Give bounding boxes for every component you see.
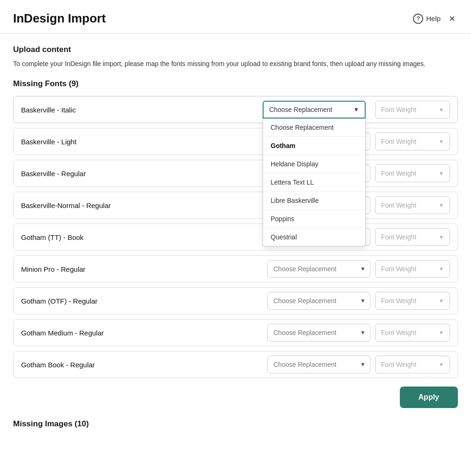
replacement-select-open[interactable]: Choose Replacement ▼	[263, 101, 366, 119]
font-name: Minion Pro - Regular	[21, 265, 267, 273]
font-name: Baskerville-Normal - Regular	[21, 201, 267, 209]
font-weight-chevron-icon: ▼	[439, 298, 444, 304]
font-weight-label: Font Weight	[381, 106, 416, 113]
dropdown-item-poppins[interactable]: Poppins	[263, 210, 365, 228]
font-weight-label: Font Weight	[381, 170, 416, 177]
font-weight-label: Font Weight	[381, 297, 416, 305]
font-weight-label: Font Weight	[381, 138, 416, 145]
help-icon: ?	[413, 14, 423, 24]
font-row: Baskerville - Italic Choose Replacement …	[13, 96, 458, 123]
replacement-select[interactable]: Choose Replacement Gotham Heldane Displa…	[267, 292, 370, 310]
font-weight-label: Font Weight	[381, 201, 416, 209]
replacement-select-wrapper-open: Choose Replacement ▼ Choose Replacement …	[263, 101, 370, 119]
font-weight-button[interactable]: Font Weight ▼	[375, 164, 450, 182]
font-row: Minion Pro - Regular Choose Replacement …	[13, 255, 458, 283]
dropdown-item-heldane[interactable]: Heldane Display	[263, 155, 365, 173]
header-actions: ? Help ×	[413, 12, 458, 26]
close-button[interactable]: ×	[446, 12, 458, 26]
font-weight-button[interactable]: Font Weight ▼	[375, 133, 450, 150]
font-weight-chevron-icon: ▼	[439, 330, 444, 335]
font-row: Baskerville - Light Choose Replacement G…	[13, 128, 458, 155]
replacement-select-wrapper: Choose Replacement Gotham Heldane Displa…	[267, 356, 370, 373]
font-weight-button[interactable]: Font Weight ▼	[375, 292, 450, 310]
replacement-dropdown: Choose Replacement Gotham Heldane Displa…	[263, 119, 366, 246]
help-button[interactable]: ? Help	[413, 14, 441, 24]
font-weight-button[interactable]: Font Weight ▼	[375, 101, 450, 119]
dropdown-item-questrial[interactable]: Questrial	[263, 228, 365, 246]
font-row: Gotham Medium - Regular Choose Replaceme…	[13, 319, 458, 346]
upload-section-title: Upload content	[13, 45, 458, 54]
font-weight-label: Font Weight	[381, 329, 416, 336]
font-name: Gotham Book - Regular	[21, 361, 267, 369]
font-weight-chevron-icon: ▼	[439, 234, 444, 240]
font-weight-label: Font Weight	[381, 233, 416, 241]
dropdown-item-lettera[interactable]: Lettera Text LL	[263, 173, 365, 192]
apply-row: Apply	[13, 387, 458, 408]
replacement-select-wrapper: Choose Replacement Gotham Heldane Displa…	[267, 292, 370, 310]
dialog-body: Upload content To complete your InDesign…	[0, 34, 471, 440]
font-weight-button[interactable]: Font Weight ▼	[375, 356, 450, 373]
font-name: Gotham (TT) - Book	[21, 233, 267, 241]
replacement-select[interactable]: Choose Replacement Gotham Heldane Displa…	[267, 260, 370, 278]
upload-section-desc: To complete your InDesign file import, p…	[13, 59, 458, 69]
dropdown-item-gotham[interactable]: Gotham	[263, 137, 365, 155]
font-name: Gotham (OTF) - Regular	[21, 297, 267, 305]
font-weight-button[interactable]: Font Weight ▼	[375, 196, 450, 214]
font-weight-label: Font Weight	[381, 361, 416, 368]
font-row: Baskerville-Normal - Regular Choose Repl…	[13, 192, 458, 219]
indesign-import-dialog: InDesign Import ? Help × Upload content …	[0, 0, 471, 476]
font-weight-button[interactable]: Font Weight ▼	[375, 260, 450, 278]
chevron-down-icon: ▼	[353, 106, 359, 113]
replacement-select[interactable]: Choose Replacement Gotham Heldane Displa…	[267, 356, 370, 373]
apply-button[interactable]: Apply	[400, 387, 458, 408]
dropdown-item-libre[interactable]: Libre Baskerville	[263, 192, 365, 210]
font-row: Gotham (OTF) - Regular Choose Replacemen…	[13, 287, 458, 314]
font-weight-button[interactable]: Font Weight ▼	[375, 324, 450, 342]
font-weight-chevron-icon: ▼	[439, 107, 444, 112]
font-weight-chevron-icon: ▼	[439, 362, 444, 367]
replacement-select-wrapper: Choose Replacement Gotham Heldane Displa…	[267, 324, 370, 342]
missing-fonts-section: Missing Fonts (9) Baskerville - Italic C…	[13, 79, 458, 408]
font-weight-label: Font Weight	[381, 265, 416, 273]
font-row: Gotham (TT) - Book Choose Replacement Go…	[13, 223, 458, 251]
dropdown-item-choose[interactable]: Choose Replacement	[263, 119, 365, 137]
font-row: Gotham Book - Regular Choose Replacement…	[13, 351, 458, 378]
upload-section: Upload content To complete your InDesign…	[13, 45, 458, 69]
replacement-select-wrapper: Choose Replacement Gotham Heldane Displa…	[267, 260, 370, 278]
font-name: Baskerville - Light	[21, 138, 267, 146]
replacement-select[interactable]: Choose Replacement Gotham Heldane Displa…	[267, 324, 370, 342]
help-label: Help	[426, 15, 441, 22]
font-weight-chevron-icon: ▼	[439, 266, 444, 272]
font-weight-chevron-icon: ▼	[439, 139, 444, 144]
select-trigger-label: Choose Replacement	[269, 106, 332, 113]
font-name: Baskerville - Italic	[21, 106, 263, 114]
font-name: Gotham Medium - Regular	[21, 329, 267, 337]
missing-images-title: Missing Images (10)	[13, 419, 458, 429]
font-name: Baskerville - Regular	[21, 170, 267, 178]
font-weight-button[interactable]: Font Weight ▼	[375, 228, 450, 246]
font-row: Baskerville - Regular Choose Replacement…	[13, 160, 458, 187]
dialog-header: InDesign Import ? Help ×	[0, 0, 471, 34]
font-weight-chevron-icon: ▼	[439, 171, 444, 176]
font-weight-chevron-icon: ▼	[439, 202, 444, 208]
missing-fonts-title: Missing Fonts (9)	[13, 79, 458, 89]
dialog-title: InDesign Import	[13, 11, 106, 26]
